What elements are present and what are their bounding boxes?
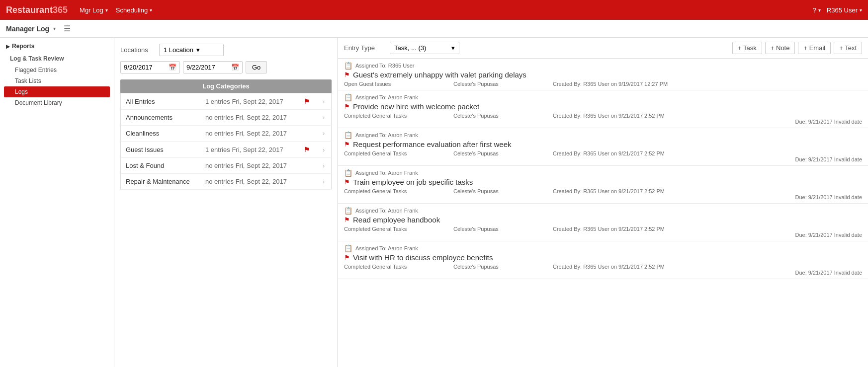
entry-due: Due: 9/21/2017 Invalid date	[344, 194, 862, 200]
flag-icon: ⚑	[344, 141, 350, 148]
sidebar-reports[interactable]: ▶ Reports	[0, 40, 114, 53]
entry-created: Created By: R365 User on 9/21/2017 2:52 …	[553, 150, 665, 156]
log-category-name: Cleanliness	[121, 126, 200, 142]
log-category-summary: no entries Fri, Sept 22, 2017	[200, 158, 299, 174]
sidebar-item-doclib[interactable]: Document Library	[0, 97, 114, 108]
location-label: Locations	[120, 46, 155, 54]
entry-title-text: Train employee on job specific tasks	[353, 178, 473, 186]
log-category-name: All Entries	[121, 93, 200, 110]
entry-item[interactable]: 📋 Assigned To: Aaron Frank ⚑ Read employ…	[338, 204, 868, 241]
log-category-row[interactable]: Announcements no entries Fri, Sept 22, 2…	[121, 110, 332, 126]
location-dropdown[interactable]: 1 Location ▾	[159, 44, 224, 56]
nav-scheduling-arrow: ▾	[150, 7, 152, 13]
location-dropdown-arrow: ▾	[196, 46, 200, 54]
entry-title: ⚑ Visit with HR to discuss employee bene…	[344, 253, 862, 262]
entry-assigned: 📋 Assigned To: R365 User	[344, 62, 862, 70]
log-category-chevron: ›	[317, 126, 332, 142]
doc-icon: 📋	[344, 244, 352, 252]
log-category-row[interactable]: Lost & Found no entries Fri, Sept 22, 20…	[121, 158, 332, 174]
date-start[interactable]: 9/20/2017 📅	[120, 61, 180, 73]
sidebar-group-log-task[interactable]: Log & Task Review	[0, 53, 114, 65]
log-category-summary: 1 entries Fri, Sept 22, 2017	[200, 93, 299, 110]
user-arrow: ▾	[860, 7, 862, 13]
sidebar-reports-label: Reports	[12, 43, 34, 50]
log-category-row[interactable]: Repair & Maintenance no entries Fri, Sep…	[121, 174, 332, 190]
entry-category: Completed General Tasks	[344, 188, 453, 194]
user-menu[interactable]: R365 User ▾	[827, 6, 862, 14]
date-end[interactable]: 9/22/2017 📅	[183, 61, 243, 73]
nav-right: ? ▾ R365 User ▾	[813, 6, 862, 14]
entry-created: Created By: R365 User on 9/21/2017 2:52 …	[553, 113, 665, 119]
entry-type-arrow: ▾	[451, 44, 455, 52]
entry-meta: Open Guest Issues Celeste's Pupusas Crea…	[344, 81, 668, 87]
entry-assigned: 📋 Assigned To: Aaron Frank	[344, 93, 862, 101]
entry-assigned: 📋 Assigned To: Aaron Frank	[344, 131, 862, 139]
sidebar-item-tasklists[interactable]: Task Lists	[0, 75, 114, 86]
entry-type-label: Entry Type	[344, 44, 384, 52]
go-button[interactable]: Go	[246, 61, 267, 73]
calendar-icon-start[interactable]: 📅	[169, 64, 176, 71]
log-category-flag	[299, 110, 317, 126]
entry-list[interactable]: 📋 Assigned To: R365 User ⚑ Guest's extre…	[338, 59, 868, 367]
nav-mgrlog[interactable]: Mgr Log ▾	[80, 6, 108, 14]
entry-category: Completed General Tasks	[344, 113, 453, 119]
log-category-row[interactable]: All Entries 1 entries Fri, Sept 22, 2017…	[121, 93, 332, 110]
log-category-row[interactable]: Cleanliness no entries Fri, Sept 22, 201…	[121, 126, 332, 142]
brand-name1: Restaurant	[6, 5, 53, 15]
add-text-button[interactable]: + Text	[834, 42, 862, 54]
entry-item[interactable]: 📋 Assigned To: R365 User ⚑ Guest's extre…	[338, 59, 868, 90]
right-panel: Entry Type Task, ... (3) ▾ + Task + Note…	[338, 38, 868, 367]
nav-scheduling[interactable]: Scheduling ▾	[116, 6, 152, 14]
entry-title: ⚑ Provide new hire with welcome packet	[344, 102, 862, 111]
top-nav: Restaurant365 Mgr Log ▾ Scheduling ▾ ? ▾…	[0, 0, 868, 20]
flag-icon: ⚑	[304, 146, 310, 153]
entry-due: Due: 9/21/2017 Invalid date	[344, 232, 862, 238]
log-categories-header: Log Categories	[120, 79, 332, 93]
log-category-name: Guest Issues	[121, 142, 200, 158]
flag-icon: ⚑	[344, 254, 350, 261]
entry-assigned: 📋 Assigned To: Aaron Frank	[344, 207, 862, 215]
entry-category: Completed General Tasks	[344, 264, 453, 270]
log-category-flag: ⚑	[299, 142, 317, 158]
sidebar-item-logs[interactable]: Logs	[4, 86, 110, 97]
calendar-icon-end[interactable]: 📅	[231, 64, 239, 71]
add-task-button[interactable]: + Task	[732, 42, 762, 54]
entry-type-dropdown[interactable]: Task, ... (3) ▾	[390, 42, 459, 54]
entry-due: Due: 9/21/2017 Invalid date	[344, 119, 862, 125]
entry-due: Due: 9/21/2017 Invalid date	[344, 156, 862, 162]
entry-title-text: Guest's extremely unhappy with valet par…	[353, 71, 526, 79]
add-email-button[interactable]: + Email	[798, 42, 831, 54]
entry-title-text: Read employee handbook	[353, 216, 440, 224]
log-category-chevron: ›	[317, 142, 332, 158]
brand-logo[interactable]: Restaurant365	[6, 5, 68, 15]
entry-meta: Completed General Tasks Celeste's Pupusa…	[344, 188, 665, 194]
help-button[interactable]: ? ▾	[813, 6, 821, 14]
entry-item[interactable]: 📋 Assigned To: Aaron Frank ⚑ Provide new…	[338, 90, 868, 128]
entry-item[interactable]: 📋 Assigned To: Aaron Frank ⚑ Visit with …	[338, 241, 868, 279]
log-category-flag: ⚑	[299, 93, 317, 110]
entry-title-text: Provide new hire with welcome packet	[353, 102, 479, 111]
doc-icon: 📋	[344, 62, 352, 70]
sidebar: ▶ Reports Log & Task Review Flagged Entr…	[0, 38, 114, 367]
right-panel-header: Entry Type Task, ... (3) ▾ + Task + Note…	[338, 38, 868, 59]
entry-meta: Completed General Tasks Celeste's Pupusa…	[344, 226, 665, 232]
entry-item[interactable]: 📋 Assigned To: Aaron Frank ⚑ Train emplo…	[338, 166, 868, 204]
date-row: 9/20/2017 📅 9/22/2017 📅 Go	[120, 61, 332, 73]
log-category-row[interactable]: Guest Issues 1 entries Fri, Sept 22, 201…	[121, 142, 332, 158]
sub-nav: Manager Log ▾ ☰	[0, 20, 868, 38]
entry-title: ⚑ Train employee on job specific tasks	[344, 178, 862, 186]
entry-title: ⚑ Guest's extremely unhappy with valet p…	[344, 71, 862, 79]
entry-item[interactable]: 📋 Assigned To: Aaron Frank ⚑ Request per…	[338, 128, 868, 166]
entry-meta: Completed General Tasks Celeste's Pupusa…	[344, 264, 665, 270]
entry-location: Celeste's Pupusas	[453, 188, 553, 194]
hamburger-icon[interactable]: ☰	[64, 24, 71, 33]
help-arrow: ▾	[818, 7, 821, 13]
log-category-name: Repair & Maintenance	[121, 174, 200, 190]
subnav-arrow[interactable]: ▾	[53, 26, 56, 31]
entry-assigned: 📋 Assigned To: Aaron Frank	[344, 169, 862, 177]
add-note-button[interactable]: + Note	[765, 42, 795, 54]
flag-icon: ⚑	[344, 103, 350, 110]
left-panel: Locations 1 Location ▾ 9/20/2017 📅 9/22/…	[114, 38, 338, 367]
sidebar-item-flagged[interactable]: Flagged Entries	[0, 65, 114, 75]
log-category-name: Announcements	[121, 110, 200, 126]
